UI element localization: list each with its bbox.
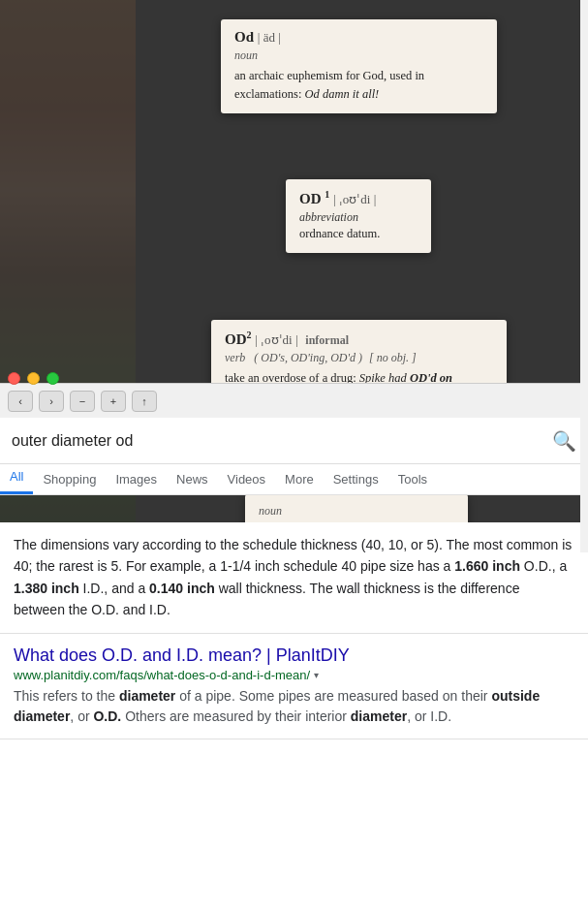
zoom-out-button[interactable]: −: [70, 391, 95, 412]
search-button[interactable]: 🔍: [552, 429, 576, 453]
result-url-1: www.planitdiy.com/faqs/what-does-o-d-and…: [14, 668, 574, 682]
card-pos-2: abbreviation: [299, 210, 418, 225]
search-result-1: What does O.D. and I.D. mean? | PlanItDI…: [0, 634, 588, 739]
minimize-button[interactable]: [27, 372, 40, 385]
maximize-button[interactable]: [46, 372, 59, 385]
dict-scrollbar[interactable]: [580, 0, 588, 552]
results-area: About 1,470,000 results (0.39 seconds) T…: [0, 522, 588, 912]
tab-more[interactable]: More: [275, 464, 324, 494]
featured-snippet: The dimensions vary according to the sch…: [0, 522, 588, 634]
result-snippet-1: This refers to the diameter of a pipe. S…: [14, 686, 574, 727]
zoom-in-button[interactable]: +: [101, 391, 126, 412]
share-icon: ↑: [141, 395, 147, 407]
card-pos-3: verb ( OD's, OD'ing, OD'd ) [ no obj. ]: [225, 351, 493, 365]
dict-card-od: Od | äd | noun an archaic euphemism for …: [221, 19, 497, 113]
tab-all[interactable]: All: [0, 464, 33, 494]
card-title-3: OD2 | ˌoʊˈdi | informal: [225, 330, 493, 348]
snippet-text: The dimensions vary according to the sch…: [14, 534, 574, 621]
card-title-1: Od | äd |: [234, 29, 483, 46]
card-title-2: OD 1 | ˌoʊˈdi |: [299, 189, 418, 207]
back-button[interactable]: ‹: [8, 391, 33, 412]
card-def-2: ordnance datum.: [299, 225, 418, 243]
card-pos-4: noun: [259, 504, 454, 519]
window-controls: [8, 372, 59, 385]
url-dropdown-icon[interactable]: ▾: [314, 670, 319, 680]
tab-settings[interactable]: Settings: [324, 464, 388, 494]
search-input[interactable]: [12, 432, 552, 450]
forward-icon: ›: [49, 395, 53, 407]
share-button[interactable]: ↑: [132, 391, 157, 412]
forward-button[interactable]: ›: [39, 391, 64, 412]
nav-tabs: All Shopping Images News Videos More Set…: [0, 464, 588, 495]
back-icon: ‹: [18, 395, 22, 407]
tab-news[interactable]: News: [167, 464, 218, 494]
tab-videos[interactable]: Videos: [218, 464, 276, 494]
zoom-in-icon: +: [110, 395, 116, 407]
card-def-1: an archaic euphemism for God, used in ex…: [234, 67, 483, 104]
dict-card-od1: OD 1 | ˌoʊˈdi | abbreviation ordnance da…: [286, 179, 431, 253]
close-button[interactable]: [8, 372, 20, 385]
result-title-1[interactable]: What does O.D. and I.D. mean? | PlanItDI…: [14, 645, 574, 666]
search-bar: 🔍: [0, 418, 588, 464]
tab-tools[interactable]: Tools: [388, 464, 437, 494]
tab-shopping[interactable]: Shopping: [33, 464, 106, 494]
tab-images[interactable]: Images: [106, 464, 167, 494]
zoom-out-icon: −: [79, 395, 85, 407]
card-pos-1: noun: [234, 48, 483, 63]
browser-toolbar: ‹ › − + ↑: [0, 383, 588, 418]
